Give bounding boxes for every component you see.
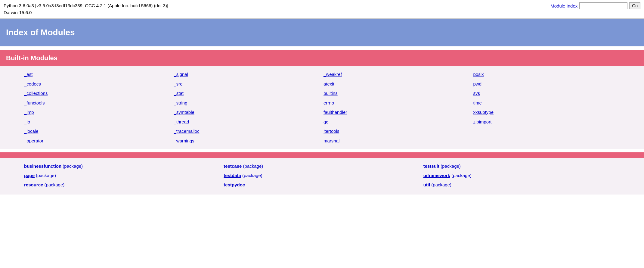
module-link[interactable]: posix (473, 70, 620, 78)
module-link[interactable]: _sre (174, 80, 321, 88)
module-cell-empty (473, 127, 620, 135)
pink-divider (0, 152, 644, 158)
module-link[interactable]: sys (473, 89, 620, 97)
module-link[interactable]: _string (174, 99, 321, 107)
module-link[interactable]: _codecs (24, 80, 171, 88)
module-link[interactable]: _warnings (174, 137, 321, 145)
package-suffix: (package) (439, 164, 461, 169)
module-link[interactable]: itertools (324, 127, 470, 135)
module-link[interactable]: _collections (24, 89, 171, 97)
builtin-module-grid: _ast_signal_weakrefposix_codecs_sreatexi… (0, 66, 644, 149)
search-input[interactable] (579, 2, 627, 9)
module-link[interactable]: _weakref (324, 70, 470, 78)
package-item: testcase (package) (224, 162, 420, 170)
package-item: uiframework (package) (423, 171, 620, 179)
module-link[interactable]: _symtable (174, 108, 321, 116)
package-suffix: (package) (242, 164, 263, 169)
module-link[interactable]: _tracemalloc (174, 127, 321, 135)
module-link[interactable]: _operator (24, 137, 171, 145)
builtin-section: Built-in Modules _ast_signal_weakrefposi… (0, 50, 644, 149)
package-suffix: (package) (430, 182, 451, 187)
package-suffix: (package) (61, 164, 83, 169)
package-item: testdata (package) (224, 171, 420, 179)
package-item: page (package) (24, 171, 221, 179)
page-header: Python 3.6.0a3 [v3.6.0a3:f3edf13dc339, G… (0, 0, 644, 19)
package-row: page (package)testdata (package)uiframew… (24, 171, 620, 179)
module-link[interactable]: _stat (174, 89, 321, 97)
module-link[interactable]: _functools (24, 99, 171, 107)
package-link[interactable]: testsuit (423, 164, 439, 169)
package-section: businessfunction (package)testcase (pack… (0, 158, 644, 195)
package-link[interactable]: page (24, 173, 35, 178)
package-item: resource (package) (24, 181, 221, 189)
builtin-section-title: Built-in Modules (6, 54, 638, 62)
module-link[interactable]: xxsubtype (473, 108, 620, 116)
package-link[interactable]: util (423, 182, 430, 187)
package-item: testsuit (package) (423, 162, 620, 170)
python-version: Python 3.6.0a3 [v3.6.0a3:f3edf13dc339, G… (4, 2, 168, 9)
go-button[interactable]: Go (629, 2, 640, 9)
module-cell-empty (473, 137, 620, 145)
header-right: Module Index Go (550, 2, 640, 9)
package-link[interactable]: testpydoc (224, 182, 245, 187)
package-link[interactable]: testcase (224, 164, 242, 169)
module-link[interactable]: time (473, 99, 620, 107)
package-link[interactable]: resource (24, 182, 43, 187)
package-item: testpydoc (224, 181, 420, 189)
module-link[interactable]: _thread (174, 118, 321, 126)
python-info: Python 3.6.0a3 [v3.6.0a3:f3edf13dc339, G… (4, 2, 168, 16)
module-link[interactable]: _imp (24, 108, 171, 116)
module-link[interactable]: gc (324, 118, 470, 126)
package-row: businessfunction (package)testcase (pack… (24, 162, 620, 170)
package-link[interactable]: uiframework (423, 173, 450, 178)
package-suffix: (package) (43, 182, 64, 187)
module-index-link[interactable]: Module Index (550, 3, 577, 8)
package-link[interactable]: businessfunction (24, 164, 61, 169)
package-suffix: (package) (450, 173, 472, 178)
package-suffix: (package) (241, 173, 262, 178)
package-row: resource (package)testpydocutil (package… (24, 181, 620, 189)
module-link[interactable]: builtins (324, 89, 470, 97)
module-link[interactable]: _ast (24, 70, 171, 78)
page-title: Index of Modules (6, 28, 638, 37)
module-link[interactable]: atexit (324, 80, 470, 88)
module-link[interactable]: zipimport (473, 118, 620, 126)
builtin-section-header: Built-in Modules (0, 50, 644, 66)
module-link[interactable]: pwd (473, 80, 620, 88)
darwin-version: Darwin-15.6.0 (4, 9, 168, 16)
package-link[interactable]: testdata (224, 173, 241, 178)
package-grid: businessfunction (package)testcase (pack… (0, 158, 644, 195)
module-link[interactable]: errno (324, 99, 470, 107)
package-item: util (package) (423, 181, 620, 189)
package-item: businessfunction (package) (24, 162, 221, 170)
package-suffix: (package) (35, 173, 56, 178)
module-link[interactable]: marshal (324, 137, 470, 145)
blue-banner: Index of Modules (0, 19, 644, 46)
module-link[interactable]: _locale (24, 127, 171, 135)
module-link[interactable]: _io (24, 118, 171, 126)
module-link[interactable]: faulthandler (324, 108, 470, 116)
module-link[interactable]: _signal (174, 70, 321, 78)
